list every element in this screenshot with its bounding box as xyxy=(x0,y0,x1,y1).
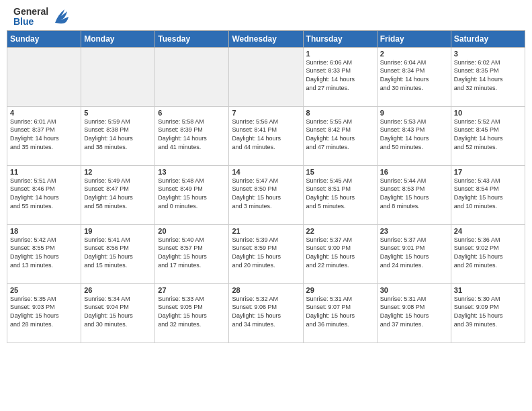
calendar-cell-empty xyxy=(229,47,303,106)
calendar-cell-11: 11Sunrise: 5:51 AM Sunset: 8:46 PM Dayli… xyxy=(7,165,81,224)
calendar-cell-26: 26Sunrise: 5:34 AM Sunset: 9:04 PM Dayli… xyxy=(81,283,155,342)
day-info: Sunrise: 5:34 AM Sunset: 9:04 PM Dayligh… xyxy=(84,295,152,328)
day-number: 24 xyxy=(454,227,522,235)
day-info: Sunrise: 5:45 AM Sunset: 8:51 PM Dayligh… xyxy=(306,177,374,210)
day-number: 25 xyxy=(10,286,78,294)
column-header-friday: Friday xyxy=(377,30,451,47)
day-number: 2 xyxy=(380,50,448,58)
day-info: Sunrise: 5:42 AM Sunset: 8:55 PM Dayligh… xyxy=(10,236,78,269)
day-info: Sunrise: 5:59 AM Sunset: 8:38 PM Dayligh… xyxy=(84,118,152,151)
day-info: Sunrise: 6:06 AM Sunset: 8:33 PM Dayligh… xyxy=(306,58,374,92)
day-info: Sunrise: 5:39 AM Sunset: 8:59 PM Dayligh… xyxy=(232,236,300,269)
day-number: 18 xyxy=(10,227,78,235)
day-number: 5 xyxy=(84,109,152,117)
day-number: 30 xyxy=(380,286,448,294)
calendar-cell-2: 2Sunrise: 6:04 AM Sunset: 8:34 PM Daylig… xyxy=(377,47,451,106)
day-info: Sunrise: 5:37 AM Sunset: 9:01 PM Dayligh… xyxy=(380,236,448,269)
day-number: 4 xyxy=(10,109,78,117)
calendar-cell-22: 22Sunrise: 5:37 AM Sunset: 9:00 PM Dayli… xyxy=(303,224,377,283)
day-number: 26 xyxy=(84,286,152,294)
header: GeneralBlue xyxy=(0,0,532,30)
calendar-cell-29: 29Sunrise: 5:31 AM Sunset: 9:07 PM Dayli… xyxy=(303,283,377,342)
day-number: 6 xyxy=(158,109,226,117)
day-number: 29 xyxy=(306,286,374,294)
calendar-cell-17: 17Sunrise: 5:43 AM Sunset: 8:54 PM Dayli… xyxy=(451,165,525,224)
day-number: 20 xyxy=(158,227,226,235)
day-info: Sunrise: 5:33 AM Sunset: 9:05 PM Dayligh… xyxy=(158,295,226,328)
day-number: 12 xyxy=(84,168,152,176)
calendar-cell-14: 14Sunrise: 5:47 AM Sunset: 8:50 PM Dayli… xyxy=(229,165,303,224)
day-info: Sunrise: 5:52 AM Sunset: 8:45 PM Dayligh… xyxy=(454,118,522,151)
calendar-cell-6: 6Sunrise: 5:58 AM Sunset: 8:39 PM Daylig… xyxy=(155,106,229,165)
column-header-thursday: Thursday xyxy=(303,30,377,47)
day-info: Sunrise: 5:35 AM Sunset: 9:03 PM Dayligh… xyxy=(10,295,78,328)
day-info: Sunrise: 5:40 AM Sunset: 8:57 PM Dayligh… xyxy=(158,236,226,269)
logo-blue-text: Blue xyxy=(13,17,48,27)
calendar-cell-12: 12Sunrise: 5:49 AM Sunset: 8:47 PM Dayli… xyxy=(81,165,155,224)
day-number: 31 xyxy=(454,286,522,294)
day-number: 7 xyxy=(232,109,300,117)
column-header-monday: Monday xyxy=(81,30,155,47)
day-number: 15 xyxy=(306,168,374,176)
calendar-cell-20: 20Sunrise: 5:40 AM Sunset: 8:57 PM Dayli… xyxy=(155,224,229,283)
calendar-cell-empty xyxy=(81,47,155,106)
calendar-cell-empty xyxy=(7,47,81,106)
calendar-cell-5: 5Sunrise: 5:59 AM Sunset: 8:38 PM Daylig… xyxy=(81,106,155,165)
day-info: Sunrise: 5:44 AM Sunset: 8:53 PM Dayligh… xyxy=(380,177,448,210)
calendar-cell-23: 23Sunrise: 5:37 AM Sunset: 9:01 PM Dayli… xyxy=(377,224,451,283)
day-info: Sunrise: 5:53 AM Sunset: 8:43 PM Dayligh… xyxy=(380,118,448,151)
day-info: Sunrise: 5:37 AM Sunset: 9:00 PM Dayligh… xyxy=(306,236,374,269)
calendar-cell-15: 15Sunrise: 5:45 AM Sunset: 8:51 PM Dayli… xyxy=(303,165,377,224)
day-info: Sunrise: 5:58 AM Sunset: 8:39 PM Dayligh… xyxy=(158,118,226,151)
day-number: 19 xyxy=(84,227,152,235)
day-number: 23 xyxy=(380,227,448,235)
day-number: 21 xyxy=(232,227,300,235)
day-info: Sunrise: 6:04 AM Sunset: 8:34 PM Dayligh… xyxy=(380,58,448,92)
day-number: 10 xyxy=(454,109,522,117)
column-header-tuesday: Tuesday xyxy=(155,30,229,47)
day-info: Sunrise: 5:31 AM Sunset: 9:08 PM Dayligh… xyxy=(380,295,448,328)
calendar-cell-19: 19Sunrise: 5:41 AM Sunset: 8:56 PM Dayli… xyxy=(81,224,155,283)
day-number: 11 xyxy=(10,168,78,176)
calendar-cell-13: 13Sunrise: 5:48 AM Sunset: 8:49 PM Dayli… xyxy=(155,165,229,224)
day-number: 1 xyxy=(306,50,374,58)
day-info: Sunrise: 5:41 AM Sunset: 8:56 PM Dayligh… xyxy=(84,236,152,269)
day-info: Sunrise: 5:56 AM Sunset: 8:41 PM Dayligh… xyxy=(232,118,300,151)
calendar-cell-1: 1Sunrise: 6:06 AM Sunset: 8:33 PM Daylig… xyxy=(303,47,377,106)
day-info: Sunrise: 6:02 AM Sunset: 8:35 PM Dayligh… xyxy=(454,58,522,92)
calendar-cell-21: 21Sunrise: 5:39 AM Sunset: 8:59 PM Dayli… xyxy=(229,224,303,283)
column-header-sunday: Sunday xyxy=(7,30,81,47)
logo-general-text: General xyxy=(13,7,48,17)
day-info: Sunrise: 5:32 AM Sunset: 9:06 PM Dayligh… xyxy=(232,295,300,328)
logo-text-block: GeneralBlue xyxy=(13,7,48,28)
calendar-cell-empty xyxy=(155,47,229,106)
day-number: 28 xyxy=(232,286,300,294)
day-number: 9 xyxy=(380,109,448,117)
day-number: 14 xyxy=(232,168,300,176)
day-number: 3 xyxy=(454,50,522,58)
day-info: Sunrise: 5:43 AM Sunset: 8:54 PM Dayligh… xyxy=(454,177,522,210)
calendar-cell-16: 16Sunrise: 5:44 AM Sunset: 8:53 PM Dayli… xyxy=(377,165,451,224)
day-info: Sunrise: 6:01 AM Sunset: 8:37 PM Dayligh… xyxy=(10,118,78,151)
day-info: Sunrise: 5:31 AM Sunset: 9:07 PM Dayligh… xyxy=(306,295,374,328)
day-info: Sunrise: 5:49 AM Sunset: 8:47 PM Dayligh… xyxy=(84,177,152,210)
calendar-cell-30: 30Sunrise: 5:31 AM Sunset: 9:08 PM Dayli… xyxy=(377,283,451,342)
column-header-wednesday: Wednesday xyxy=(229,30,303,47)
calendar-cell-27: 27Sunrise: 5:33 AM Sunset: 9:05 PM Dayli… xyxy=(155,283,229,342)
logo-bird-icon xyxy=(52,8,71,26)
calendar-cell-9: 9Sunrise: 5:53 AM Sunset: 8:43 PM Daylig… xyxy=(377,106,451,165)
calendar-cell-24: 24Sunrise: 5:36 AM Sunset: 9:02 PM Dayli… xyxy=(451,224,525,283)
calendar-cell-4: 4Sunrise: 6:01 AM Sunset: 8:37 PM Daylig… xyxy=(7,106,81,165)
day-number: 22 xyxy=(306,227,374,235)
calendar-cell-7: 7Sunrise: 5:56 AM Sunset: 8:41 PM Daylig… xyxy=(229,106,303,165)
calendar-cell-31: 31Sunrise: 5:30 AM Sunset: 9:09 PM Dayli… xyxy=(451,283,525,342)
day-number: 13 xyxy=(158,168,226,176)
day-info: Sunrise: 5:36 AM Sunset: 9:02 PM Dayligh… xyxy=(454,236,522,269)
day-number: 16 xyxy=(380,168,448,176)
day-info: Sunrise: 5:55 AM Sunset: 8:42 PM Dayligh… xyxy=(306,118,374,151)
calendar-cell-18: 18Sunrise: 5:42 AM Sunset: 8:55 PM Dayli… xyxy=(7,224,81,283)
day-number: 17 xyxy=(454,168,522,176)
logo: GeneralBlue xyxy=(13,7,71,28)
calendar-cell-8: 8Sunrise: 5:55 AM Sunset: 8:42 PM Daylig… xyxy=(303,106,377,165)
day-info: Sunrise: 5:51 AM Sunset: 8:46 PM Dayligh… xyxy=(10,177,78,210)
